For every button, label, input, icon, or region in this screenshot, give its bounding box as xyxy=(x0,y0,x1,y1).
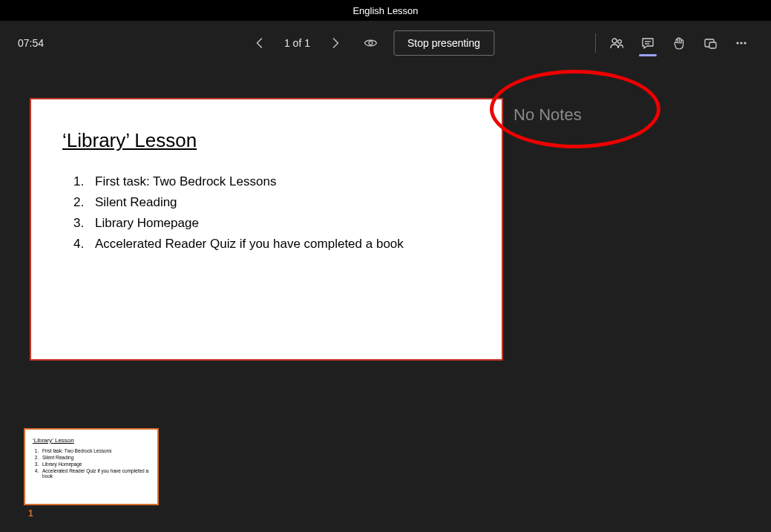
more-actions-button[interactable] xyxy=(726,28,756,58)
thumb-list-item: Accelerated Reader Quiz if you have comp… xyxy=(40,467,150,479)
thumb-list-item: First task: Two Bedrock Lessons xyxy=(40,447,150,454)
thumb-list-item: Library Homepage xyxy=(40,461,150,467)
svg-point-1 xyxy=(612,39,617,43)
meeting-controls xyxy=(591,28,756,58)
chat-button[interactable] xyxy=(633,28,663,58)
thumb-number: 1 xyxy=(28,508,159,519)
svg-point-2 xyxy=(618,40,622,44)
slide-list-item: First task: Two Bedrock Lessons xyxy=(88,171,470,192)
thumb-list: First task: Two Bedrock Lessons Silent R… xyxy=(40,447,150,479)
slide-list: First task: Two Bedrock Lessons Silent R… xyxy=(88,171,470,254)
slide-nav-controls: 1 of 1 Stop presenting xyxy=(247,30,494,56)
thumb-title: ‘Library’ Lesson xyxy=(33,437,150,444)
raise-hand-button[interactable] xyxy=(664,28,694,58)
notes-placeholder: No Notes xyxy=(514,105,582,124)
svg-point-7 xyxy=(736,42,738,44)
slide-thumbnail[interactable]: ‘Library’ Lesson First task: Two Bedrock… xyxy=(24,428,159,505)
more-icon xyxy=(734,36,749,50)
chevron-left-icon xyxy=(254,37,266,49)
slide-list-item: Library Homepage xyxy=(88,213,470,234)
chat-icon xyxy=(640,36,655,50)
notes-panel: No Notes xyxy=(503,98,764,361)
private-view-button[interactable] xyxy=(358,30,383,56)
current-slide[interactable]: ‘Library’ Lesson First task: Two Bedrock… xyxy=(30,98,503,361)
title-bar: English Lesson xyxy=(0,0,771,21)
participants-button[interactable] xyxy=(602,28,631,58)
presenter-toolbar: 07:54 1 of 1 Stop presenting xyxy=(0,21,771,65)
call-duration: 07:54 xyxy=(18,37,44,49)
svg-rect-6 xyxy=(709,42,716,48)
slide-title: ‘Library’ Lesson xyxy=(62,129,470,152)
raise-hand-icon xyxy=(672,36,686,50)
slide-list-item: Silent Reading xyxy=(88,192,470,213)
thumbnail-strip: ‘Library’ Lesson First task: Two Bedrock… xyxy=(24,428,159,519)
next-slide-button[interactable] xyxy=(322,30,347,56)
popout-button[interactable] xyxy=(695,28,725,58)
people-icon xyxy=(609,36,624,50)
chevron-right-icon xyxy=(329,37,341,49)
thumb-list-item: Silent Reading xyxy=(40,454,150,461)
meeting-title: English Lesson xyxy=(352,5,418,16)
svg-point-0 xyxy=(369,42,373,45)
prev-slide-button[interactable] xyxy=(247,30,272,56)
slide-indicator: 1 of 1 xyxy=(278,37,316,49)
presentation-stage: ‘Library’ Lesson First task: Two Bedrock… xyxy=(0,65,771,532)
popout-icon xyxy=(703,36,718,50)
svg-point-8 xyxy=(740,42,742,44)
slide-list-item: Accelerated Reader Quiz if you have comp… xyxy=(88,234,470,254)
svg-point-9 xyxy=(744,42,746,44)
stop-presenting-button[interactable]: Stop presenting xyxy=(393,30,494,56)
toolbar-divider xyxy=(595,33,596,53)
eye-icon xyxy=(363,36,378,50)
